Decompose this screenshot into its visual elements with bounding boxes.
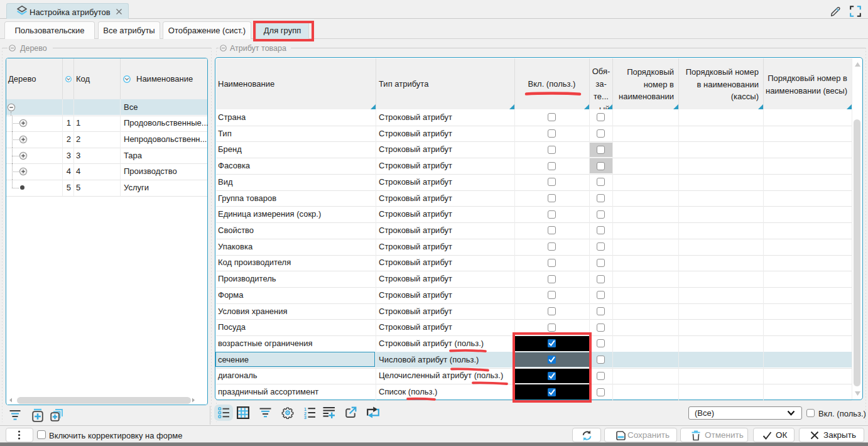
svg-text:1: 1 [304,407,307,411]
svg-text:3: 3 [304,415,307,419]
